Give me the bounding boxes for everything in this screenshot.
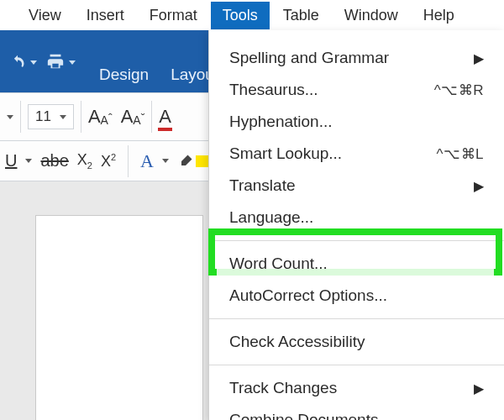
document-page[interactable] (35, 215, 203, 420)
tools-dropdown-menu: Spelling and Grammar ▶ Thesaurus... ^⌥⌘R… (208, 30, 504, 420)
menu-item-label: AutoCorrect Options... (229, 286, 387, 305)
shrink-font-button[interactable]: AAˇ (121, 106, 145, 128)
chevron-down-icon (60, 115, 66, 119)
menu-item-smart-lookup[interactable]: Smart Lookup... ^⌥⌘L (209, 138, 504, 170)
menu-item-label: Check Accessibility (229, 333, 365, 351)
strikethrough-button[interactable]: abe (40, 151, 68, 171)
menu-item-autocorrect[interactable]: AutoCorrect Options... (209, 280, 504, 312)
menu-item-label: Language... (229, 208, 313, 227)
font-size-value: 11 (35, 108, 51, 125)
menu-item-label: Word Count... (229, 255, 328, 273)
menu-item-hyphenation[interactable]: Hyphenation... (209, 106, 504, 138)
menu-item-shortcut: ^⌥⌘L (437, 145, 484, 163)
underline-button[interactable]: U (5, 151, 17, 171)
chevron-down-icon (69, 60, 76, 65)
undo-button[interactable] (8, 54, 37, 71)
menu-item-label: Combine Documents... (229, 411, 391, 420)
superscript-num: 2 (111, 152, 116, 162)
letter-large: A (121, 106, 134, 127)
quick-access-toolbar (8, 51, 76, 71)
menu-item-label: Hyphenation... (229, 113, 333, 131)
subscript-button[interactable]: X2 (77, 151, 92, 171)
undo-icon (8, 54, 27, 71)
menu-item-label: Translate (229, 176, 296, 195)
menubar-item-table[interactable]: Table (271, 2, 331, 29)
menu-item-label: Thesaurus... (229, 81, 318, 99)
highlighter-icon (177, 153, 194, 170)
chevron-down-icon[interactable] (25, 159, 32, 163)
menu-item-language[interactable]: Language... (209, 202, 504, 234)
chevron-down-icon (30, 60, 37, 65)
menu-separator (209, 365, 504, 365)
submenu-arrow-icon: ▶ (474, 178, 484, 194)
menu-item-translate[interactable]: Translate ▶ (209, 170, 504, 202)
menu-item-thesaurus[interactable]: Thesaurus... ^⌥⌘R (209, 74, 504, 106)
menubar-item-tools[interactable]: Tools (211, 2, 270, 29)
menubar-item-window[interactable]: Window (333, 2, 410, 29)
chevron-down-icon: ˇ (141, 112, 145, 125)
app-menubar: View Insert Format Tools Table Window He… (0, 0, 504, 30)
letter-small: A (133, 113, 140, 127)
letter-small: A (101, 113, 108, 127)
menu-item-track-changes[interactable]: Track Changes ▶ (209, 372, 504, 404)
menubar-item-help[interactable]: Help (412, 2, 466, 29)
menu-item-check-accessibility[interactable]: Check Accessibility (209, 326, 504, 358)
toolbar-divider (20, 101, 21, 133)
menu-item-combine-documents[interactable]: Combine Documents... (209, 404, 504, 420)
menubar-item-insert[interactable]: Insert (75, 2, 136, 29)
menu-item-shortcut: ^⌥⌘R (434, 81, 484, 99)
subscript-base: X (77, 151, 87, 168)
toolbar-divider (151, 101, 152, 133)
menubar-item-view[interactable]: View (17, 2, 73, 29)
grow-font-button[interactable]: AAˆ (88, 106, 113, 128)
font-size-select[interactable]: 11 (28, 104, 74, 129)
menu-separator (209, 318, 504, 319)
submenu-arrow-icon: ▶ (474, 50, 484, 66)
toolbar-divider (81, 101, 81, 133)
menubar-item-format[interactable]: Format (138, 2, 209, 29)
chevron-up-icon: ˆ (108, 112, 113, 125)
superscript-base: X (101, 153, 111, 170)
submenu-arrow-icon: ▶ (474, 381, 484, 396)
ribbon-tab-design[interactable]: Design (99, 66, 149, 84)
text-effects-button[interactable]: A (140, 150, 154, 172)
print-button[interactable] (45, 53, 76, 71)
chevron-down-icon[interactable] (162, 159, 169, 163)
chevron-down-icon[interactable] (7, 115, 13, 119)
menu-item-word-count[interactable]: Word Count... (209, 248, 504, 280)
letter-large: A (88, 106, 101, 127)
print-icon (45, 53, 66, 71)
menu-item-spelling-grammar[interactable]: Spelling and Grammar ▶ (209, 42, 504, 74)
subscript-num: 2 (87, 160, 92, 171)
menu-item-label: Track Changes (229, 379, 337, 397)
font-color-button[interactable]: A (159, 106, 171, 128)
menu-separator (209, 240, 504, 241)
superscript-button[interactable]: X2 (101, 152, 116, 171)
toolbar-divider (128, 145, 129, 177)
menu-item-label: Smart Lookup... (229, 144, 342, 163)
font-color-glyph: A (159, 106, 171, 128)
menu-item-label: Spelling and Grammar (229, 49, 389, 67)
